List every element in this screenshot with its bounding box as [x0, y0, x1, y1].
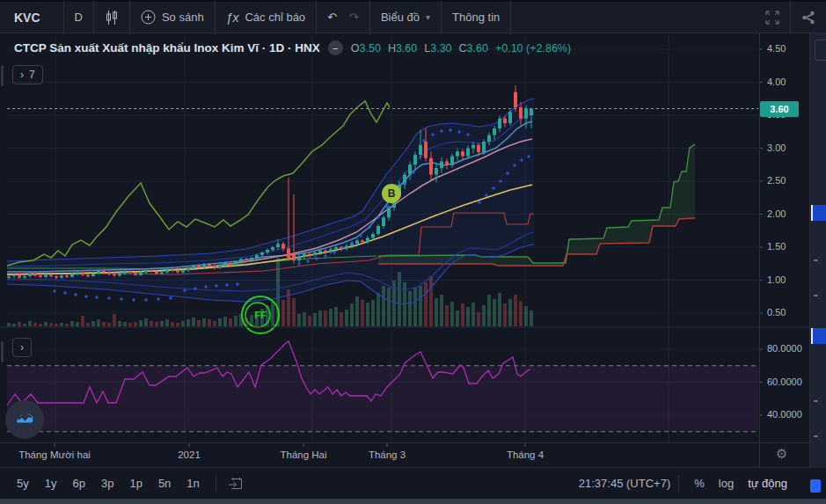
- panel-badge[interactable]: [811, 205, 826, 221]
- redo-button[interactable]: ↷: [347, 2, 369, 33]
- time-tick: Tháng 3: [339, 449, 435, 460]
- percent-scale-button[interactable]: %: [687, 475, 712, 492]
- rsi-zone: [7, 366, 758, 432]
- chart-menu-button[interactable]: Biểu đồ ▾: [370, 2, 441, 33]
- trading-chart-app: BFF KVC D So sánh ƒx Các chỉ báo: [0, 0, 826, 504]
- panel-tick: [814, 400, 818, 402]
- bottom-toolbar: 5y1y6p3p1p5n1n 21:37:45 (UTC+7) % log tự…: [0, 468, 826, 499]
- object-tree-button[interactable]: › 7: [12, 65, 43, 84]
- price-tick: 3.00: [767, 142, 786, 153]
- range-button-3p[interactable]: 3p: [93, 475, 121, 492]
- panel-tick: [814, 259, 818, 261]
- object-tree-count: 7: [29, 69, 35, 81]
- time-tick: Tháng 4: [477, 449, 574, 460]
- close-label: C: [459, 42, 467, 55]
- divider: [678, 475, 679, 493]
- symbol-button[interactable]: KVC: [0, 2, 63, 33]
- divider: [759, 443, 760, 467]
- gear-icon[interactable]: ⚙: [776, 446, 787, 462]
- price-tick: 0.50: [767, 307, 786, 318]
- range-button-1p[interactable]: 1p: [121, 475, 150, 492]
- ohlc-values: O3.50 H3.60 L3.30 C3.60 +0.10 (+2.86%): [351, 42, 571, 55]
- range-button-5n[interactable]: 5n: [150, 475, 179, 492]
- chart-style-button[interactable]: [94, 2, 129, 33]
- hide-series-button[interactable]: −: [328, 40, 343, 55]
- chevron-down-icon: ▾: [426, 12, 430, 22]
- undo-button[interactable]: ↶: [317, 2, 347, 33]
- plus-circle-icon: [141, 10, 156, 25]
- share-icon: [801, 11, 815, 25]
- drawing-toolbar-handle[interactable]: [1, 341, 4, 362]
- low-value: 3.30: [430, 42, 451, 55]
- rsi-pane-collapse-button[interactable]: ›: [12, 338, 32, 357]
- top-toolbar: KVC D So sánh ƒx Các chỉ báo ↶ ↷: [0, 0, 826, 33]
- log-scale-button[interactable]: log: [712, 475, 741, 492]
- watermark-logo: [5, 400, 44, 439]
- price-tick: 4.00: [767, 77, 786, 87]
- rsi-tick: 60.0000: [767, 376, 802, 387]
- price-axis[interactable]: 4.504.003.503.002.502.001.501.000.5080.0…: [759, 33, 809, 467]
- range-button-1y[interactable]: 1y: [37, 475, 65, 492]
- legend: CTCP Sản xuất Xuất nhập khẩu Inox Kim Vĩ…: [14, 40, 571, 55]
- close-value: 3.60: [467, 42, 488, 55]
- last-price-badge: 3.60: [760, 101, 799, 117]
- indicators-button[interactable]: ƒx Các chỉ báo: [216, 2, 316, 33]
- auto-scale-button[interactable]: tự động: [741, 475, 794, 492]
- panel-tick: [814, 435, 818, 437]
- right-panel-strip: [809, 33, 826, 499]
- indicators-label: Các chỉ báo: [245, 11, 305, 24]
- chart-canvas[interactable]: BFF: [0, 0, 826, 504]
- range-button-6p[interactable]: 6p: [64, 475, 92, 492]
- window-bottom-edge: [0, 499, 826, 504]
- range-button-5y[interactable]: 5y: [9, 475, 37, 492]
- interval-button[interactable]: D: [64, 2, 93, 33]
- svg-text:B: B: [388, 187, 396, 200]
- collapsed-panel-button[interactable]: [815, 40, 826, 61]
- share-button[interactable]: [791, 2, 826, 33]
- svg-text:FF: FF: [254, 310, 267, 320]
- price-tick: 2.50: [767, 175, 786, 186]
- divider: [216, 475, 216, 493]
- price-tick: 1.00: [767, 274, 786, 285]
- time-tick: 2021: [141, 449, 238, 460]
- calendar-goto-icon: [228, 477, 244, 491]
- chart-logo-icon: [13, 406, 36, 433]
- chevron-right-icon: ›: [20, 69, 24, 81]
- compare-button[interactable]: So sánh: [130, 2, 215, 33]
- symbol-description[interactable]: CTCP Sản xuất Xuất nhập khẩu Inox Kim Vĩ…: [14, 41, 320, 55]
- panel-blue-icon[interactable]: [810, 479, 821, 493]
- open-value: 3.50: [360, 42, 381, 55]
- open-label: O: [351, 42, 360, 55]
- price-tick: 1.50: [767, 241, 786, 252]
- price-tick: 4.50: [767, 43, 786, 54]
- panel-badge[interactable]: [811, 328, 826, 344]
- rsi-tick: 40.0000: [767, 409, 802, 420]
- clock[interactable]: 21:37:45 (UTC+7): [579, 477, 670, 490]
- range-button-1n[interactable]: 1n: [179, 475, 207, 492]
- fullscreen-button[interactable]: [755, 2, 790, 33]
- divider: [510, 1, 511, 34]
- high-label: H: [388, 42, 396, 55]
- go-to-date-button[interactable]: [224, 468, 247, 499]
- compare-label: So sánh: [162, 11, 204, 24]
- fx-icon: ƒx: [226, 11, 239, 25]
- price-tick: 2.00: [767, 208, 786, 219]
- time-axis[interactable]: ⚙ Tháng Mười hai2021Tháng HaiTháng 3Thán…: [0, 442, 826, 468]
- change-value: +0.10 (+2.86%): [495, 42, 571, 55]
- rsi-tick: 80.0000: [767, 343, 802, 354]
- panel-tick: [814, 295, 818, 296]
- drawing-toolbar-handle[interactable]: [1, 65, 4, 86]
- time-tick: Tháng Hai: [255, 449, 352, 460]
- time-tick: Tháng Mười hai: [6, 449, 103, 460]
- candlestick-icon: [105, 10, 119, 26]
- chart-menu-label: Biểu đồ: [381, 11, 420, 24]
- fullscreen-icon: [765, 11, 779, 25]
- info-button[interactable]: Thông tin: [442, 2, 510, 33]
- high-value: 3.60: [396, 42, 417, 55]
